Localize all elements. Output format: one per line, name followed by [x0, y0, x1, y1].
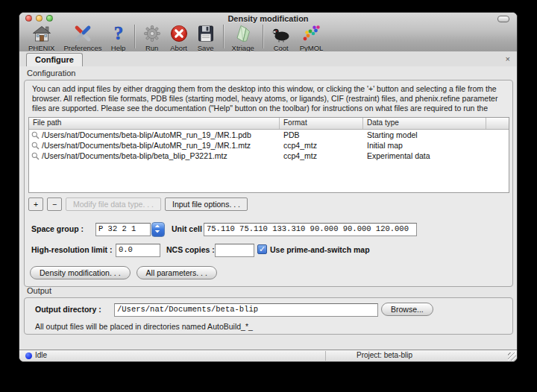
- add-file-button[interactable]: +: [28, 197, 43, 211]
- toolbar: PHENIX Preferences ? Help Run: [24, 24, 512, 51]
- toolbar-button-abort[interactable]: Abort: [166, 24, 192, 52]
- configuration-section-title: Configuration: [27, 69, 75, 78]
- toolbar-toggle-button[interactable]: [497, 16, 509, 22]
- column-header-data-type[interactable]: Data type: [363, 118, 486, 129]
- tab-configure[interactable]: Configure: [26, 53, 83, 66]
- high-resolution-limit-input[interactable]: 0.0: [116, 244, 160, 257]
- toolbar-separator: [134, 25, 135, 48]
- titlebar[interactable]: Density modification: [19, 13, 517, 24]
- density-modification-button[interactable]: Density modification. . .: [30, 266, 131, 279]
- toolbar-button-preferences[interactable]: Preferences: [59, 24, 106, 52]
- space-group-input[interactable]: P 32 2 1: [95, 223, 151, 236]
- prime-switch-checkbox-label: Use prime-and-switch map: [270, 245, 370, 254]
- output-groupbox: Output directory : /Users/nat/Documents/…: [24, 297, 513, 335]
- project-status-text: Project: beta-blip: [357, 351, 412, 359]
- format-cell: PDB: [280, 130, 363, 139]
- column-header-format[interactable]: Format: [280, 118, 363, 129]
- status-separator: [325, 351, 326, 361]
- svg-text:?: ?: [113, 25, 123, 42]
- resize-grip[interactable]: [508, 353, 516, 361]
- window-chrome: Density modification PHENIX Preferences …: [19, 13, 517, 52]
- output-directory-input[interactable]: /Users/nat/Documents/beta-blip: [114, 303, 378, 317]
- tools-icon: [73, 24, 92, 43]
- question-mark-icon: ?: [111, 24, 126, 43]
- gear-icon: [143, 24, 161, 43]
- format-cell: ccp4_mtz: [280, 141, 363, 150]
- resolution-row: High-resolution limit : 0.0 NCS copies :…: [25, 243, 512, 258]
- file-path-cell: /Users/nat/Documents/beta-blip/beta_blip…: [42, 151, 227, 160]
- space-group-stepper[interactable]: [151, 222, 165, 237]
- high-resolution-limit-label: High-resolution limit :: [31, 245, 113, 254]
- data-type-cell: Initial map: [363, 141, 486, 150]
- toolbar-separator: [223, 25, 224, 48]
- input-file-options-button[interactable]: Input file options. . .: [165, 197, 248, 211]
- browse-button[interactable]: Browse...: [381, 303, 433, 316]
- floppy-save-icon: [197, 24, 215, 43]
- input-files-table[interactable]: File path Format Data type /Users/nat/Do…: [28, 117, 509, 193]
- table-header-row: File path Format Data type: [29, 118, 509, 130]
- all-parameters-button[interactable]: All parameters. . .: [136, 266, 217, 279]
- output-directory-label: Output directory :: [35, 305, 101, 314]
- parameter-buttons-row: Density modification. . . All parameters…: [30, 266, 217, 279]
- toolbar-button-help[interactable]: ? Help: [107, 24, 131, 52]
- toolbar-button-phenix[interactable]: PHENIX: [24, 24, 59, 52]
- ncs-copies-label: NCS copies :: [166, 245, 215, 254]
- window-title: Density modification: [19, 14, 517, 23]
- unit-cell-label: Unit cell :: [172, 224, 207, 233]
- up-down-arrows-icon: [152, 223, 163, 235]
- output-directory-row: Output directory : /Users/nat/Documents/…: [25, 303, 512, 317]
- toolbar-button-run[interactable]: Run: [139, 24, 166, 52]
- table-row[interactable]: /Users/nat/Documents/beta-blip/AutoMR_ru…: [29, 140, 509, 151]
- magnifier-icon: [31, 152, 40, 160]
- data-type-cell: Experimental data: [363, 151, 486, 160]
- format-cell: ccp4_mtz: [280, 151, 363, 160]
- status-bar: Idle Project: beta-blip: [19, 350, 517, 361]
- toolbar-button-xtriage[interactable]: Xtriage: [227, 24, 259, 52]
- file-path-cell: /Users/nat/Documents/beta-blip/AutoMR_ru…: [42, 130, 251, 139]
- coot-bird-icon: [271, 24, 291, 43]
- data-type-cell: Starting model: [363, 130, 486, 139]
- output-note-text: All output files will be placed in direc…: [35, 322, 253, 331]
- main-panel: Configuration You can add input files by…: [19, 66, 517, 350]
- tab-close-icon[interactable]: ×: [506, 53, 510, 66]
- app-window: Density modification PHENIX Preferences …: [19, 12, 518, 362]
- abort-x-icon: [170, 24, 188, 43]
- column-header-file-path[interactable]: File path: [29, 118, 280, 129]
- space-group-label: Space group :: [31, 224, 84, 233]
- table-row[interactable]: /Users/nat/Documents/beta-blip/AutoMR_ru…: [29, 130, 509, 140]
- file-path-cell: /Users/nat/Documents/beta-blip/AutoMR_ru…: [42, 141, 251, 150]
- magnifier-icon: [31, 131, 40, 139]
- table-row[interactable]: /Users/nat/Documents/beta-blip/beta_blip…: [29, 151, 509, 161]
- column-header-spacer: [486, 118, 509, 129]
- status-text: Idle: [35, 351, 47, 359]
- toolbar-button-coot[interactable]: Coot: [267, 24, 295, 52]
- space-group-row: Space group : P 32 2 1 Unit cell : 75.11…: [25, 222, 512, 237]
- output-section-title: Output: [27, 286, 51, 295]
- unit-cell-input[interactable]: 75.110 75.110 133.310 90.000 90.000 120.…: [204, 223, 417, 236]
- magnifier-icon: [31, 142, 40, 150]
- pymol-ribbon-icon: [302, 24, 321, 43]
- toolbar-button-save[interactable]: Save: [192, 24, 219, 52]
- status-indicator-icon: [25, 353, 32, 359]
- toolbar-button-pymol[interactable]: PyMOL: [295, 24, 328, 52]
- phenix-house-icon: [32, 24, 51, 43]
- modify-file-data-type-button[interactable]: Modify file data type. . .: [66, 197, 161, 211]
- ncs-copies-input[interactable]: [215, 244, 254, 257]
- file-buttons-row: + − Modify file data type. . . Input fil…: [28, 197, 248, 211]
- crystal-icon: [234, 24, 252, 43]
- tab-bar: Configure ×: [19, 51, 517, 67]
- remove-file-button[interactable]: −: [47, 197, 62, 211]
- toolbar-separator: [263, 25, 263, 48]
- configuration-groupbox: You can add input files by either draggi…: [24, 80, 513, 287]
- prime-switch-checkbox[interactable]: ✓: [257, 244, 267, 254]
- tab-label: Configure: [35, 55, 74, 64]
